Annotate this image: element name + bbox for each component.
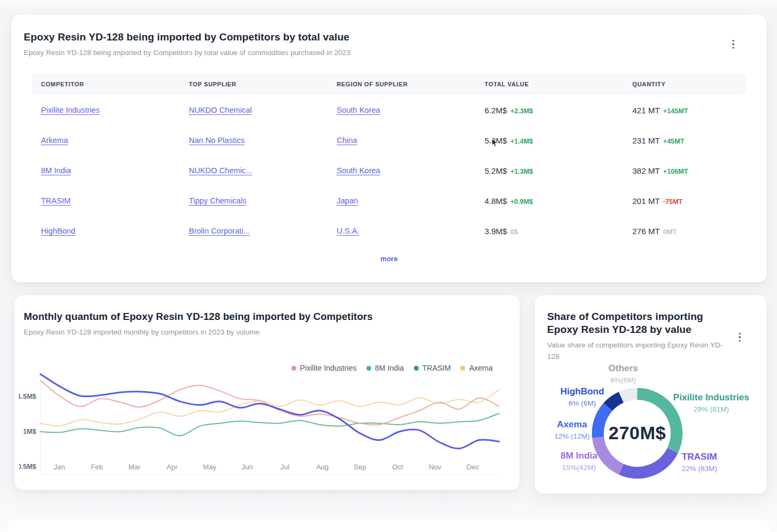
- table-card-subtitle: Epoxy Resin YD-128 being imported by Com…: [24, 47, 754, 58]
- column-header: Region of Supplier: [328, 81, 475, 87]
- segment-name: HighBond: [550, 387, 615, 396]
- region-link[interactable]: U.S.A.: [337, 227, 359, 235]
- series-line-8m-india: [40, 374, 499, 448]
- column-header: Total Value: [475, 81, 623, 87]
- total_value-delta: +1.4M$: [510, 138, 533, 145]
- segment-label-8m-india: 8M India15%(42M): [547, 451, 611, 472]
- x-tick: Sep: [354, 463, 366, 471]
- top-supplier-link[interactable]: NUKDO Chemical: [189, 106, 252, 114]
- line-chart-card: Monthly quantum of Epoxy Resin YD-128 be…: [15, 295, 520, 490]
- top-supplier-link[interactable]: Nan No Plastics: [189, 136, 244, 145]
- region-link[interactable]: China: [337, 136, 357, 145]
- segment-label-axema: Axema12% (12M): [540, 420, 604, 440]
- top-supplier-link[interactable]: NUKDO Chemic...: [189, 166, 253, 175]
- series-line-axema: [40, 390, 499, 426]
- donut-segment-others[interactable]: [621, 394, 637, 397]
- x-tick: Apr: [167, 463, 178, 471]
- more-link[interactable]: more: [380, 255, 398, 263]
- segment-label-others: Others6%(6M): [591, 364, 656, 384]
- x-tick: Oct: [392, 463, 404, 471]
- series-line-pixilite-industries: [40, 380, 499, 425]
- total_value-delta: 0$: [510, 228, 518, 236]
- quantity-value: 276 MT: [632, 227, 660, 236]
- competitor-link[interactable]: HighBond: [41, 227, 76, 235]
- x-tick: May: [203, 463, 216, 471]
- column-header: Top Supplier: [180, 81, 328, 87]
- segment-value: 29% (81M): [671, 406, 752, 413]
- quantity-delta: -75MT: [663, 198, 683, 206]
- segment-name: 8M India: [547, 451, 611, 460]
- segment-name: Others: [591, 364, 656, 373]
- total_value-delta: +2.3M$: [510, 107, 533, 115]
- segment-value: 22% (63M): [672, 465, 726, 473]
- quantity-delta: +145MT: [663, 107, 688, 115]
- total_value-delta: +0.9M$: [510, 198, 533, 206]
- quantity-cell: 276 MT0MT: [623, 227, 771, 236]
- quantity-cell: 382 MT+106MT: [623, 166, 771, 175]
- table-row: 8M IndiaNUKDO Chemic...South Korea5.2M$+…: [32, 155, 746, 186]
- x-tick: Jun: [242, 463, 253, 471]
- competitor-link[interactable]: 8M India: [41, 166, 71, 175]
- x-tick: Dec: [466, 463, 479, 471]
- donut-chart-card: Share of Competitors importing Epoxy Res…: [535, 295, 767, 494]
- kebab-menu-icon: [732, 40, 734, 42]
- segment-label-pixilite: Pixilite Industries29% (81M): [671, 393, 752, 413]
- table-row: ArkemaNan No PlasticsChina5.3M$+1.4M$231…: [32, 125, 746, 155]
- y-tick: 0.5M$: [19, 463, 36, 470]
- total_value-value: 5.2M$: [485, 166, 507, 175]
- table-row: HighBondBrolin Corporati...U.S.A.3.9M$0$…: [32, 216, 746, 246]
- competitor-link[interactable]: Pixilite Industries: [41, 106, 100, 114]
- total_value-delta: +1.3M$: [510, 168, 533, 175]
- top-supplier-link[interactable]: Brolin Corporati...: [189, 227, 250, 235]
- quantity-cell: 421 MT+145MT: [623, 106, 771, 115]
- quantity-cell: 231 MT+45MT: [623, 136, 771, 145]
- y-tick: 1M$: [23, 428, 36, 435]
- table-card-menu-button[interactable]: [726, 37, 741, 52]
- segment-value: 6% (6M): [550, 400, 615, 407]
- x-tick: Aug: [316, 463, 329, 471]
- total-value-cell: 6.2M$+2.3M$: [475, 106, 623, 115]
- quantity-delta: +45MT: [663, 138, 684, 145]
- donut-card-subtitle: Value share of competitors importing Epo…: [547, 339, 733, 362]
- competitor-table-body: Pixilite IndustriesNUKDO ChemicalSouth K…: [32, 95, 746, 246]
- quantity-delta: 0MT: [663, 228, 677, 236]
- segment-value: 12% (12M): [540, 433, 604, 440]
- quantity-cell: 201 MT-75MT: [623, 196, 771, 206]
- donut-card-menu-button[interactable]: [732, 330, 747, 345]
- segment-value: 6%(6M): [591, 377, 656, 384]
- segment-name: Pixilite Industries: [671, 393, 752, 402]
- segment-name: Axema: [540, 420, 604, 429]
- competitor-link[interactable]: TRASIM: [41, 196, 71, 205]
- quantity-delta: +106MT: [663, 168, 688, 175]
- quantity-value: 201 MT: [632, 196, 660, 206]
- segment-value: 15%(42M): [547, 464, 611, 472]
- segment-name: TRASIM: [672, 452, 726, 461]
- mouse-cursor-icon: [492, 139, 499, 147]
- column-header: Quantity: [623, 81, 771, 87]
- table-row: Pixilite IndustriesNUKDO ChemicalSouth K…: [32, 95, 746, 125]
- x-tick: Nov: [429, 463, 442, 471]
- donut-card-title: Share of Competitors importing Epoxy Res…: [547, 310, 714, 336]
- region-link[interactable]: South Korea: [337, 166, 380, 175]
- x-tick: Feb: [91, 463, 103, 471]
- donut-segment-trasim[interactable]: [621, 451, 672, 473]
- series-line-trasim: [40, 413, 499, 436]
- column-header: Competitor: [32, 81, 180, 87]
- table-card-title: Epoxy Resin YD-128 being imported by Com…: [24, 31, 754, 44]
- total-value-cell: 5.2M$+1.3M$: [475, 166, 623, 175]
- line-card-subtitle: Epoxy Resin YD-128 imported monthly by c…: [24, 326, 510, 338]
- quantity-value: 382 MT: [632, 166, 660, 175]
- kebab-menu-icon: [739, 333, 741, 335]
- total_value-value: 6.2M$: [485, 106, 507, 115]
- region-link[interactable]: South Korea: [337, 106, 380, 114]
- total-value-cell: 4.8M$+0.9M$: [475, 196, 623, 206]
- competitor-link[interactable]: Arkema: [41, 136, 68, 145]
- competitor-table-card: Epoxy Resin YD-128 being imported by Com…: [11, 15, 767, 282]
- x-tick: Jan: [54, 463, 65, 471]
- next-section-card: [8, 519, 769, 532]
- top-supplier-link[interactable]: Tippy Chemicals: [189, 196, 247, 205]
- region-link[interactable]: Japan: [337, 196, 358, 205]
- total_value-value: 3.9M$: [485, 227, 507, 236]
- quantity-value: 421 MT: [632, 106, 660, 115]
- x-tick: Jul: [281, 463, 290, 471]
